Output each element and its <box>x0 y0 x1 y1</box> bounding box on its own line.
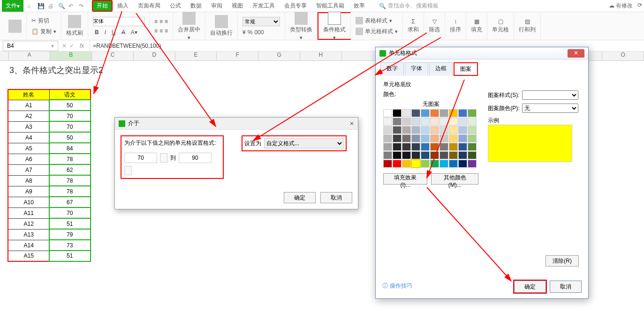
table-row[interactable]: A678 <box>8 154 91 164</box>
cell-value[interactable]: 70 <box>49 121 91 132</box>
color-swatch[interactable] <box>468 143 477 151</box>
color-swatch[interactable] <box>421 151 430 159</box>
col-D[interactable]: D <box>134 52 175 60</box>
to-picker-icon[interactable] <box>124 166 132 175</box>
cell-value[interactable]: 50 <box>49 100 91 111</box>
table-style-button[interactable]: 表格样式 ▾ <box>356 17 398 25</box>
table-row[interactable]: A1251 <box>8 218 91 229</box>
table-row[interactable]: A878 <box>8 175 91 186</box>
color-swatch[interactable] <box>393 118 402 126</box>
col-H[interactable]: H <box>300 52 342 60</box>
color-swatch[interactable] <box>439 151 448 159</box>
color-swatch[interactable] <box>393 151 402 159</box>
color-swatch[interactable] <box>383 109 392 117</box>
color-swatch[interactable] <box>449 143 458 151</box>
color-swatch[interactable] <box>449 109 458 117</box>
color-swatch[interactable] <box>393 109 402 117</box>
align-mid-icon[interactable]: ≡ <box>159 18 163 25</box>
color-swatch[interactable] <box>393 160 402 168</box>
cell-name[interactable]: A9 <box>8 186 49 197</box>
col-G[interactable]: G <box>258 52 300 60</box>
close-icon[interactable]: ✕ <box>349 120 354 127</box>
color-swatch[interactable] <box>468 118 477 126</box>
col-E[interactable]: E <box>175 52 217 60</box>
cell-value[interactable]: 70 <box>49 207 91 218</box>
print-icon[interactable]: 🖨 <box>48 3 54 9</box>
fill-effects-button[interactable]: 填充效果(I)... <box>383 173 427 185</box>
cancel-formula-icon[interactable]: ✕ <box>62 43 67 49</box>
cell-value[interactable]: 78 <box>49 186 91 197</box>
table-row[interactable]: A1170 <box>8 207 91 218</box>
color-swatch[interactable] <box>393 126 402 134</box>
color-swatch[interactable] <box>402 143 411 151</box>
cell-name[interactable]: A5 <box>8 143 49 154</box>
color-swatch[interactable] <box>468 126 477 134</box>
from-input[interactable] <box>124 153 157 163</box>
sort-button[interactable]: ↕排序 <box>450 18 461 34</box>
fx-icon[interactable]: fx <box>80 43 84 49</box>
col-F[interactable]: F <box>217 52 258 60</box>
format-ok-button[interactable]: 确定 <box>514 281 546 293</box>
tab-border[interactable]: 边框 <box>429 62 453 76</box>
cell-name[interactable]: A6 <box>8 154 49 164</box>
color-swatch[interactable] <box>468 160 477 168</box>
cut-button[interactable]: ✂剪切 <box>31 17 56 25</box>
cell-name[interactable]: A12 <box>8 218 49 229</box>
color-swatch[interactable] <box>458 118 467 126</box>
col-B[interactable]: B <box>50 52 92 60</box>
color-swatch[interactable] <box>411 134 420 142</box>
cell-style-button[interactable]: 单元格样式 ▾ <box>356 28 398 36</box>
between-ok-button[interactable]: 确定 <box>284 192 316 203</box>
cell-name[interactable]: A14 <box>8 240 49 251</box>
bold-button[interactable]: B <box>93 29 101 36</box>
tab-review[interactable]: 审阅 <box>206 0 227 12</box>
align-top-icon[interactable]: ≡ <box>154 18 158 25</box>
cell-value[interactable]: 62 <box>49 164 91 175</box>
cell-name[interactable]: A10 <box>8 197 49 207</box>
tab-view[interactable]: 视图 <box>227 0 248 12</box>
color-swatch[interactable] <box>411 160 420 168</box>
from-picker-icon[interactable] <box>160 153 167 163</box>
cell-name[interactable]: A7 <box>8 164 49 175</box>
color-swatch[interactable] <box>458 160 467 168</box>
color-swatch[interactable] <box>430 134 439 142</box>
file-menu[interactable]: 文件 ▾ <box>2 0 23 12</box>
color-swatch[interactable] <box>449 126 458 134</box>
table-row[interactable]: A1551 <box>8 251 91 261</box>
save-icon[interactable]: 💾 <box>38 3 44 9</box>
color-swatch[interactable] <box>411 143 420 151</box>
color-swatch[interactable] <box>421 109 430 117</box>
pattern-color-select[interactable]: 无 <box>522 104 578 113</box>
filter-button[interactable]: ▽筛选 <box>429 18 440 34</box>
color-swatch[interactable] <box>383 134 392 142</box>
color-swatch[interactable] <box>439 143 448 151</box>
tab-efficiency[interactable]: 效率 <box>349 0 370 12</box>
color-swatch[interactable] <box>468 151 477 159</box>
color-swatch[interactable] <box>439 126 448 134</box>
cell-name[interactable]: A15 <box>8 251 49 261</box>
accept-formula-icon[interactable]: ✓ <box>69 43 74 49</box>
cell-value[interactable]: 51 <box>49 218 91 229</box>
preview-icon[interactable]: 🔍 <box>58 3 65 9</box>
format-select[interactable]: 自定义格式... <box>264 138 344 148</box>
color-swatch[interactable] <box>449 134 458 142</box>
color-swatch[interactable] <box>439 160 448 168</box>
percent-icon[interactable]: % <box>248 29 253 36</box>
row-col-button[interactable]: ▤行和列 <box>519 18 536 34</box>
table-row[interactable]: A1379 <box>8 229 91 240</box>
auto-wrap-button[interactable]: 自动换行 <box>210 15 233 37</box>
cell-name[interactable]: A8 <box>8 175 49 186</box>
sum-button[interactable]: Σ求和 <box>408 18 419 34</box>
color-swatch[interactable] <box>458 109 467 117</box>
cell-value[interactable]: 50 <box>49 132 91 143</box>
tab-data[interactable]: 数据 <box>186 0 206 12</box>
color-swatch[interactable] <box>430 151 439 159</box>
color-swatch[interactable] <box>458 143 467 151</box>
color-swatch[interactable] <box>383 126 392 134</box>
number-format-select[interactable]: 常规 <box>242 17 280 26</box>
cell-button[interactable]: ▢单元格 <box>492 18 509 34</box>
conditional-format-button[interactable]: 条件格式 ▾ <box>323 12 346 41</box>
table-row[interactable]: A1473 <box>8 240 91 251</box>
name-box[interactable]: B4▾ <box>3 41 58 51</box>
type-convert-button[interactable]: 类型转换 ▾ <box>290 12 312 41</box>
